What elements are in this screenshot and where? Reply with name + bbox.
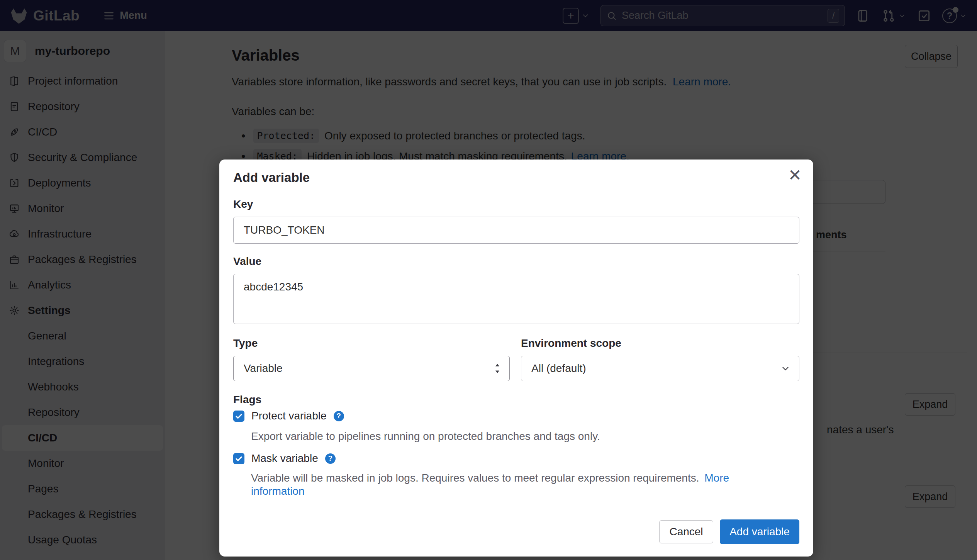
value-textarea[interactable]: abcde12345	[233, 274, 799, 324]
environment-scope-label: Environment scope	[521, 337, 621, 350]
protect-variable-row: Protect variable ?	[233, 410, 344, 422]
key-label: Key	[233, 198, 253, 210]
protect-help-icon[interactable]: ?	[334, 411, 344, 421]
environment-scope-select[interactable]: All (default)	[521, 356, 799, 381]
key-input[interactable]	[233, 217, 799, 244]
gitlab-app: GitLab Menu + Search GitLab /	[0, 0, 977, 560]
flags-label: Flags	[233, 394, 261, 406]
protect-variable-checkbox[interactable]	[233, 411, 244, 422]
mask-help-icon[interactable]: ?	[325, 453, 336, 464]
close-icon[interactable]: ✕	[788, 167, 802, 183]
cancel-button[interactable]: Cancel	[659, 520, 713, 543]
updown-arrows-icon	[494, 362, 501, 375]
mask-variable-description: Variable will be masked in job logs. Req…	[251, 472, 762, 498]
type-label: Type	[233, 337, 258, 350]
modal-title: Add variable	[233, 170, 310, 185]
type-select[interactable]: Variable	[233, 356, 510, 381]
add-variable-modal: Add variable ✕ Key Value abcde12345 Type…	[219, 160, 813, 557]
type-selected-value: Variable	[244, 362, 283, 375]
mask-variable-checkbox[interactable]	[233, 453, 244, 464]
mask-variable-row: Mask variable ?	[233, 452, 336, 465]
value-label: Value	[233, 255, 261, 268]
protect-variable-label: Protect variable	[251, 410, 327, 422]
chevron-down-icon	[780, 363, 790, 373]
add-variable-button[interactable]: Add variable	[720, 519, 799, 544]
protect-variable-description: Export variable to pipelines running on …	[251, 430, 600, 443]
environment-scope-selected-value: All (default)	[531, 362, 586, 375]
mask-variable-label: Mask variable	[251, 452, 318, 465]
